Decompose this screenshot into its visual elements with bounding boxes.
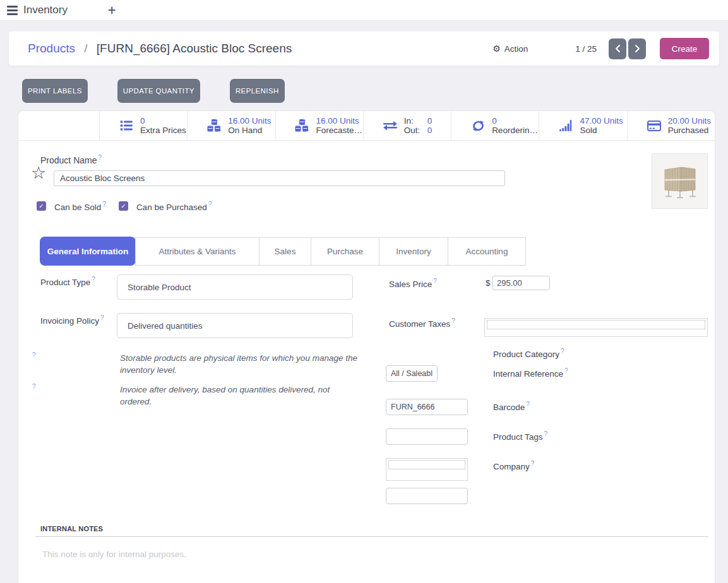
invoicing-policy-label: Invoicing Policy? xyxy=(40,314,104,326)
acoustic-screen-image xyxy=(661,162,699,201)
stat-purchased[interactable]: 20.00 Units Purchased xyxy=(627,111,715,140)
tab-sales[interactable]: Sales xyxy=(259,237,311,266)
plus-icon[interactable]: + xyxy=(107,5,116,16)
can-be-sold-label: Can be Sold? xyxy=(54,201,106,212)
help-icon[interactable]: ? xyxy=(561,348,564,355)
tab-attributes-variants[interactable]: Attributes & Variants xyxy=(135,237,260,266)
can-be-purchased-label: Can be Purchased? xyxy=(136,201,212,212)
tab-accounting[interactable]: Accounting xyxy=(448,237,526,266)
stat-label: Purchased xyxy=(668,126,711,136)
product-name-input[interactable] xyxy=(54,170,505,186)
currency-symbol: $ xyxy=(486,278,491,288)
internal-notes-divider xyxy=(35,536,708,537)
stat-label: Reorderin… xyxy=(492,126,538,136)
previous-record-button[interactable] xyxy=(609,38,626,59)
stat-spacer xyxy=(18,111,99,140)
stat-label: Sold xyxy=(580,126,623,136)
help-icon[interactable]: ? xyxy=(208,201,212,208)
replenish-button[interactable]: REPLENISH xyxy=(230,79,285,103)
stat-button-row: 0 Extra Prices 16.00 Units On Hand 16.00… xyxy=(18,111,715,141)
tab-general-information[interactable]: General Information xyxy=(40,237,136,266)
sales-price-input[interactable] xyxy=(492,276,550,290)
stat-out-label: Out: xyxy=(404,126,427,136)
product-category-input[interactable] xyxy=(386,365,438,382)
chevron-left-icon xyxy=(614,44,621,53)
can-be-sold-checkbox[interactable]: ✓ xyxy=(37,201,46,211)
breadcrumb-bar: Products / [FURN_6666] Acoustic Bloc Scr… xyxy=(9,32,719,66)
can-be-purchased-checkbox[interactable]: ✓ xyxy=(119,201,128,211)
stat-extra-prices[interactable]: 0 Extra Prices xyxy=(99,111,187,140)
help-icon[interactable]: ? xyxy=(100,314,104,321)
stat-value: 0 xyxy=(140,116,186,126)
product-type-select[interactable]: Storable Product xyxy=(117,274,353,300)
hamburger-menu-icon[interactable] xyxy=(7,6,18,15)
app-menu-inventory[interactable]: Inventory xyxy=(23,4,68,16)
check-icon: ✓ xyxy=(39,203,44,209)
stat-forecasted[interactable]: 16.00 Units Forecaste… xyxy=(275,111,363,140)
gear-icon: ⚙ xyxy=(492,44,501,54)
help-icon[interactable]: ? xyxy=(451,317,455,324)
stat-on-hand[interactable]: 16.00 Units On Hand xyxy=(187,111,275,140)
help-icon[interactable]: ? xyxy=(32,351,36,358)
internal-notes-placeholder[interactable]: This note is only for internal purposes. xyxy=(42,550,186,559)
sales-price-label: Sales Price? xyxy=(389,278,437,289)
stat-in-label: In: xyxy=(404,116,427,126)
check-icon: ✓ xyxy=(121,203,126,209)
transfer-arrows-icon xyxy=(383,118,398,133)
breadcrumb-products-link[interactable]: Products xyxy=(28,42,75,55)
product-tags-input[interactable] xyxy=(388,460,465,469)
record-action-buttons: PRINT LABELS UPDATE QUANTITY REPLENISH xyxy=(22,79,285,103)
company-label: Company? xyxy=(493,460,534,471)
stat-in-out[interactable]: In: 0 Out: 0 xyxy=(363,111,451,140)
print-labels-button[interactable]: PRINT LABELS xyxy=(22,79,88,103)
pricelist-icon xyxy=(119,118,134,133)
credit-card-icon xyxy=(647,118,662,133)
stat-sold[interactable]: 47.00 Units Sold xyxy=(539,111,626,140)
product-name-label: Product Name? xyxy=(40,154,102,165)
internal-notes-heading: INTERNAL NOTES xyxy=(40,525,103,533)
stat-out-value: 0 xyxy=(427,126,433,136)
stat-in-value: 0 xyxy=(427,116,433,126)
update-quantity-button[interactable]: UPDATE QUANTITY xyxy=(117,79,200,103)
stat-value: 16.00 Units xyxy=(316,116,363,126)
tab-purchase[interactable]: Purchase xyxy=(311,237,379,266)
product-category-label: Product Category? xyxy=(493,348,564,359)
internal-reference-input[interactable] xyxy=(386,399,468,415)
stat-value: 47.00 Units xyxy=(580,116,623,126)
help-icon[interactable]: ? xyxy=(544,430,548,437)
sync-icon xyxy=(470,118,486,133)
barcode-input[interactable] xyxy=(386,428,468,445)
product-tags-label: Product Tags? xyxy=(493,430,547,442)
help-icon[interactable]: ? xyxy=(433,278,437,285)
help-icon[interactable]: ? xyxy=(32,383,36,390)
breadcrumb: Products / [FURN_6666] Acoustic Bloc Scr… xyxy=(28,42,292,56)
favorite-star-icon[interactable]: ☆ xyxy=(31,164,46,181)
breadcrumb-current: [FURN_6666] Acoustic Bloc Screens xyxy=(97,42,292,55)
next-record-button[interactable] xyxy=(628,38,646,59)
tab-inventory[interactable]: Inventory xyxy=(379,237,448,266)
company-input[interactable] xyxy=(386,488,468,504)
stat-value: 16.00 Units xyxy=(228,116,271,126)
product-image[interactable] xyxy=(652,153,708,209)
stat-label: Forecaste… xyxy=(316,126,363,136)
help-icon[interactable]: ? xyxy=(526,401,530,408)
create-button[interactable]: Create xyxy=(660,38,709,59)
customer-taxes-input[interactable] xyxy=(487,320,705,329)
product-type-label: Product Type? xyxy=(40,276,95,287)
help-icon[interactable]: ? xyxy=(531,460,535,467)
invoicing-policy-help-text: Invoice after delivery, based on quantit… xyxy=(120,384,359,408)
help-icon[interactable]: ? xyxy=(98,154,102,161)
invoicing-policy-select[interactable]: Delivered quantities xyxy=(117,313,353,338)
help-icon[interactable]: ? xyxy=(92,276,95,283)
help-icon[interactable]: ? xyxy=(102,201,106,208)
stat-reordering[interactable]: 0 Reorderin… xyxy=(451,111,539,140)
top-navbar: Inventory + xyxy=(0,0,728,21)
action-menu-button[interactable]: ⚙ Action xyxy=(492,44,528,54)
customer-taxes-label: Customer Taxes? xyxy=(389,317,455,329)
product-tags-field[interactable] xyxy=(386,458,468,481)
customer-taxes-tags-field[interactable] xyxy=(484,318,708,337)
bar-chart-icon xyxy=(558,118,573,133)
cubes-icon xyxy=(206,118,222,133)
help-icon[interactable]: ? xyxy=(564,367,568,374)
notebook-tabs: General Information Attributes & Variant… xyxy=(40,237,526,266)
